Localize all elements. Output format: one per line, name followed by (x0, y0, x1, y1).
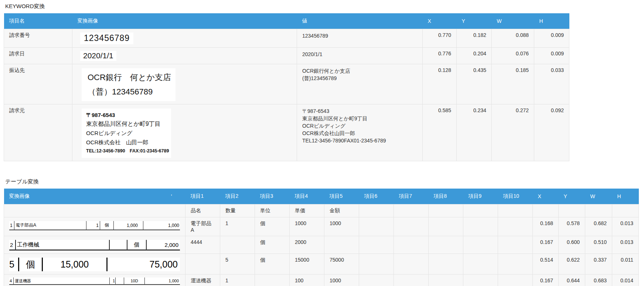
item-cell (394, 236, 429, 254)
table-conversion-table: 変換画像 ' 項目1 項目2 項目3 項目4 項目5 項目6 項目7 項目8 項… (4, 189, 639, 286)
ocr-results-page: KEYWORD変換 項目名 変換画像 値 X Y W H 請求番号 123456… (0, 0, 644, 286)
subheader-cell (394, 204, 429, 217)
item-cell (463, 275, 498, 286)
w-cell: 0.272 (492, 104, 534, 161)
x-cell (533, 204, 559, 217)
col-header-x: X (423, 13, 457, 29)
col-header-y: Y (457, 13, 492, 29)
col-header-item3: 項目3 (255, 189, 290, 204)
col-header-item4: 項目4 (290, 189, 324, 204)
item-cell: 電子部品A (185, 217, 220, 236)
value-cell: 2020/1/1 (297, 48, 423, 64)
item-cell: 1000 (324, 275, 359, 286)
item-cell (463, 236, 498, 254)
item-name-cell: 請求元 (4, 104, 72, 161)
item-cell: 運送機器 (185, 275, 220, 286)
col-header-converted-image: 変換画像 ' (4, 189, 185, 204)
x-cell: 0.167 (533, 236, 559, 254)
x-cell: 0.514 (533, 254, 559, 275)
item-cell: 5 (220, 254, 255, 275)
item-cell (220, 236, 255, 254)
item-cell (359, 217, 394, 236)
item-cell (429, 217, 463, 236)
item-cell: 1 (220, 275, 255, 286)
w-cell (585, 204, 612, 217)
w-cell: 0.076 (492, 48, 534, 64)
y-cell: 0.234 (457, 104, 492, 161)
item-cell (359, 236, 394, 254)
item-cell (498, 217, 533, 236)
col-header-item2: 項目2 (220, 189, 255, 204)
col-header-h: H (612, 189, 639, 204)
item-cell (185, 254, 220, 275)
x-cell: 0.167 (533, 275, 559, 286)
col-header-x: X (533, 189, 559, 204)
x-cell: 0.585 (423, 104, 457, 161)
item-cell (429, 275, 463, 286)
table-conversion-header-row: 変換画像 ' 項目1 項目2 項目3 項目4 項目5 項目6 項目7 項目8 項… (4, 189, 639, 204)
item-name-cell: 請求番号 (4, 29, 72, 48)
scanned-table-row-image: 4 運送機器 1 10D 1,000 (9, 278, 180, 285)
item-cell (429, 236, 463, 254)
converted-image-cell: 2020/1/1 (72, 48, 297, 64)
converted-image-cell: 5 個 15,000 75,000 (4, 254, 185, 275)
subheader-cell: 単価 (290, 204, 324, 217)
subheader-cell (429, 204, 463, 217)
item-cell: 15000 (290, 254, 324, 275)
item-cell (463, 217, 498, 236)
item-cell (359, 254, 394, 275)
keyword-table: 項目名 変換画像 値 X Y W H 請求番号 123456789 123456… (4, 13, 569, 161)
value-cell: 123456789 (297, 29, 423, 48)
converted-image-cell (4, 204, 185, 217)
y-cell: 0.578 (559, 217, 585, 236)
item-cell: 1000 (290, 217, 324, 236)
table-row: 振込先 OCR銀行 何とか支店 （普）123456789 OCR銀行何とか支店 … (4, 64, 569, 104)
h-cell: 0.014 (612, 275, 639, 286)
item-cell (394, 254, 429, 275)
col-header-item10: 項目10 (498, 189, 533, 204)
item-cell: 個 (255, 217, 290, 236)
h-cell: 0.013 (612, 236, 639, 254)
subheader-cell: 単位 (255, 204, 290, 217)
scanned-sender-address-image: 〒987-6543 東京都品川区何とか町9丁目 OCRビルディング OCR株式会… (82, 108, 171, 158)
subheader-cell (498, 204, 533, 217)
table-row: 1 電子部品A 1 個 1,000 1,000 電子部品A 1 個 1000 1… (4, 217, 639, 236)
scanned-invoice-date-image: 2020/1/1 (80, 51, 116, 61)
w-cell: 0.510 (585, 236, 612, 254)
scanned-table-row-image: 1 電子部品A 1 個 1,000 1,000 (9, 221, 180, 230)
y-cell: 0.182 (457, 29, 492, 48)
keyword-section-title: KEYWORD変換 (5, 3, 644, 10)
col-header-value: 値 (297, 13, 423, 29)
col-header-h: H (534, 13, 569, 29)
y-cell: 0.435 (457, 64, 492, 104)
col-header-item9: 項目9 (463, 189, 498, 204)
table-row: 請求元 〒987-6543 東京都品川区何とか町9丁目 OCRビルディング OC… (4, 104, 569, 161)
quote-mark: ' (171, 193, 180, 199)
w-cell: 0.337 (585, 254, 612, 275)
col-header-converted-image: 変換画像 (72, 13, 297, 29)
item-cell (463, 254, 498, 275)
item-cell: 75000 (324, 254, 359, 275)
item-cell (498, 254, 533, 275)
col-header-w: W (585, 189, 612, 204)
y-cell: 0.644 (559, 275, 585, 286)
item-cell: 2000 (290, 236, 324, 254)
value-cell: OCR銀行何とか支店 (普)123456789 (297, 64, 423, 104)
item-cell (359, 275, 394, 286)
col-header-w: W (492, 13, 534, 29)
y-cell: 0.622 (559, 254, 585, 275)
item-cell: 1000 (324, 217, 359, 236)
col-header-y: Y (559, 189, 585, 204)
table-section-title: テーブル変換 (5, 178, 644, 185)
y-cell: 0.204 (457, 48, 492, 64)
x-cell: 0.770 (423, 29, 457, 48)
subheader-cell (359, 204, 394, 217)
x-cell: 0.168 (533, 217, 559, 236)
table-row: 2 工作機械 個 2,000 4444 個 2000 0.167 (4, 236, 639, 254)
item-name-cell: 振込先 (4, 64, 72, 104)
w-cell: 0.088 (492, 29, 534, 48)
x-cell: 0.128 (423, 64, 457, 104)
converted-image-cell: 1 電子部品A 1 個 1,000 1,000 (4, 217, 185, 236)
item-cell (429, 254, 463, 275)
subheader-row: 品名 数量 単位 単価 金額 (4, 204, 639, 217)
